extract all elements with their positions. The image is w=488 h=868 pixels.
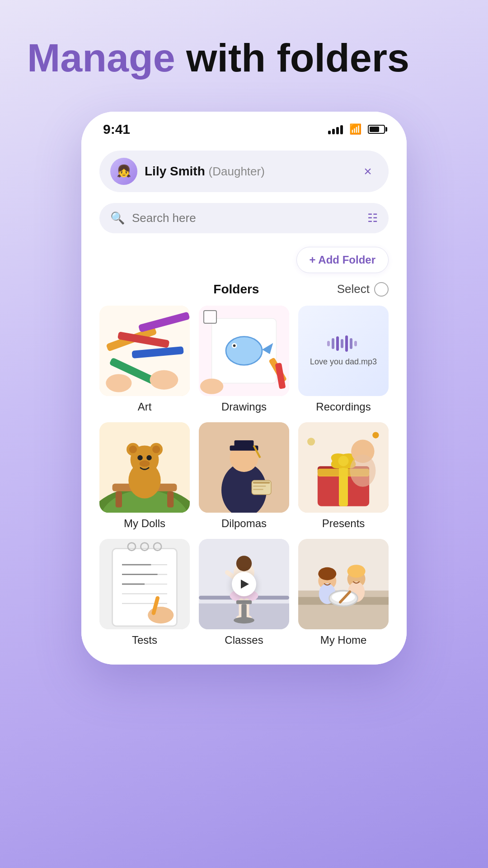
svg-point-6 (106, 374, 131, 392)
headline-purple: Manage (27, 35, 175, 80)
folder-label-tests: Tests (132, 634, 157, 646)
avatar: 👧 (110, 158, 137, 185)
select-label: Select (337, 282, 370, 296)
svg-rect-22 (350, 338, 352, 349)
search-bar: 🔍 ☷ (99, 203, 389, 233)
status-icons: 📶 (328, 123, 385, 135)
svg-point-75 (148, 607, 174, 623)
select-circle (374, 282, 389, 297)
add-folder-button[interactable]: + Add Folder (296, 247, 389, 273)
folder-label-my-dolls: My Dolls (124, 517, 165, 530)
user-name: Lily Smith (Daughter) (145, 164, 265, 179)
user-info: 👧 Lily Smith (Daughter) (110, 158, 265, 185)
folder-label-art: Art (138, 401, 152, 413)
svg-rect-17 (327, 341, 330, 346)
svg-point-91 (234, 617, 254, 623)
svg-rect-47 (253, 481, 270, 483)
svg-point-35 (152, 445, 160, 453)
search-input[interactable] (132, 211, 360, 225)
folders-title: Folders (136, 282, 337, 297)
wifi-icon: 📶 (349, 123, 361, 135)
svg-point-33 (129, 445, 137, 453)
folder-item-tests[interactable]: Tests (99, 539, 190, 646)
svg-point-37 (146, 455, 151, 460)
audio-filename: Love you dad.mp3 (306, 357, 380, 367)
svg-rect-44 (235, 440, 254, 448)
folder-item-presents[interactable]: Presents (298, 422, 389, 530)
phone-frame: 9:41 📶 👧 Lily Smith (Daughter) (81, 112, 407, 665)
svg-point-7 (150, 370, 178, 390)
signal-icon (328, 124, 343, 134)
folder-label-diplomas: Dilpomas (221, 517, 267, 530)
play-button-overlay[interactable] (232, 572, 256, 596)
folder-item-classes[interactable]: Classes (199, 539, 289, 646)
folder-label-recordings: Recordings (316, 401, 371, 413)
svg-rect-49 (253, 489, 263, 490)
folder-item-diplomas[interactable]: Dilpomas (199, 422, 289, 530)
svg-rect-18 (332, 338, 334, 349)
battery-icon (368, 125, 385, 134)
svg-rect-29 (167, 491, 174, 508)
folder-label-classes: Classes (225, 634, 263, 646)
headline-rest: with folders (175, 35, 409, 80)
folders-grid: Art (99, 306, 389, 646)
folder-item-drawings[interactable]: Drawings (199, 306, 289, 413)
svg-point-102 (318, 567, 336, 580)
folder-item-my-home[interactable]: My Home (298, 539, 389, 646)
svg-point-59 (338, 456, 349, 466)
svg-point-103 (347, 565, 366, 578)
headline: Manage with folders (0, 0, 488, 98)
header-bar: 👧 Lily Smith (Daughter) × (99, 151, 389, 192)
close-button[interactable]: × (358, 161, 378, 181)
app-content: 👧 Lily Smith (Daughter) × 🔍 ☷ + Add Fold… (81, 142, 407, 665)
filter-icon[interactable]: ☷ (367, 211, 378, 225)
svg-rect-89 (236, 600, 252, 604)
svg-rect-20 (341, 339, 343, 348)
add-folder-row: + Add Folder (99, 247, 389, 273)
svg-rect-19 (336, 336, 339, 351)
folders-header: Folders Select (99, 282, 389, 297)
svg-point-61 (350, 454, 375, 486)
checkbox-overlay (203, 310, 217, 324)
svg-rect-23 (354, 341, 357, 346)
folder-label-drawings: Drawings (221, 401, 267, 413)
svg-point-87 (236, 556, 252, 571)
select-button[interactable]: Select (337, 282, 389, 297)
svg-rect-28 (116, 491, 122, 508)
folder-item-my-dolls[interactable]: My Dolls (99, 422, 190, 530)
svg-point-13 (233, 344, 236, 347)
user-role: (Daughter) (209, 165, 265, 178)
svg-rect-48 (253, 486, 266, 487)
search-icon: 🔍 (110, 211, 125, 225)
folder-label-my-home: My Home (320, 634, 367, 646)
svg-rect-21 (345, 335, 348, 352)
svg-point-16 (200, 378, 223, 394)
folder-label-presents: Presents (322, 517, 365, 530)
svg-point-52 (372, 432, 379, 438)
folder-item-art[interactable]: Art (99, 306, 190, 413)
status-time: 9:41 (103, 122, 130, 137)
folder-item-recordings[interactable]: Love you dad.mp3 Recordings (298, 306, 389, 413)
svg-point-36 (137, 455, 142, 460)
status-bar: 9:41 📶 (81, 112, 407, 142)
svg-point-10 (226, 336, 262, 365)
svg-point-38 (140, 460, 150, 467)
folders-section: Folders Select (99, 282, 389, 646)
svg-point-51 (307, 438, 315, 445)
